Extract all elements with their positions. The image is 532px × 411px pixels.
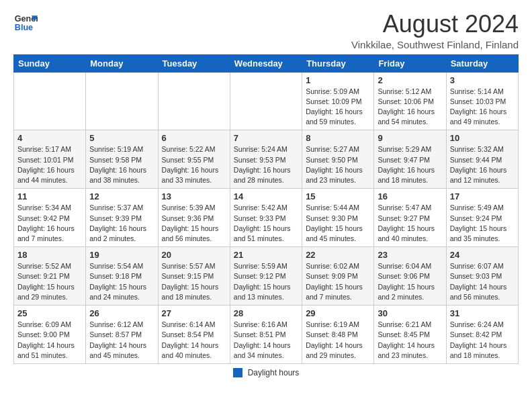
location-subtitle: Vinkkilae, Southwest Finland, Finland: [351, 39, 519, 50]
calendar-cell: 2Sunrise: 5:12 AM Sunset: 10:06 PM Dayli…: [374, 72, 446, 130]
day-info: Sunrise: 5:29 AM Sunset: 9:47 PM Dayligh…: [378, 144, 442, 185]
day-info: Sunrise: 5:57 AM Sunset: 9:15 PM Dayligh…: [162, 261, 226, 302]
day-info: Sunrise: 5:22 AM Sunset: 9:55 PM Dayligh…: [162, 144, 226, 185]
calendar-cell: 13Sunrise: 5:39 AM Sunset: 9:36 PM Dayli…: [158, 189, 230, 247]
day-info: Sunrise: 5:27 AM Sunset: 9:50 PM Dayligh…: [306, 144, 370, 185]
day-info: Sunrise: 5:34 AM Sunset: 9:42 PM Dayligh…: [17, 203, 82, 244]
calendar-cell: [14, 72, 86, 130]
calendar-cell: 16Sunrise: 5:47 AM Sunset: 9:27 PM Dayli…: [374, 189, 446, 247]
calendar-week-row: 18Sunrise: 5:52 AM Sunset: 9:21 PM Dayli…: [14, 247, 519, 306]
day-info: Sunrise: 5:17 AM Sunset: 10:01 PM Daylig…: [17, 144, 82, 185]
day-number: 3: [450, 75, 515, 85]
day-info: Sunrise: 5:49 AM Sunset: 9:24 PM Dayligh…: [450, 203, 515, 244]
calendar-cell: 22Sunrise: 6:02 AM Sunset: 9:09 PM Dayli…: [302, 247, 374, 306]
day-info: Sunrise: 6:12 AM Sunset: 8:57 PM Dayligh…: [89, 320, 154, 361]
day-number: 10: [450, 133, 515, 143]
day-number: 2: [378, 75, 442, 85]
day-number: 11: [17, 191, 82, 201]
day-number: 27: [162, 308, 226, 318]
calendar-week-row: 4Sunrise: 5:17 AM Sunset: 10:01 PM Dayli…: [14, 130, 519, 189]
weekday-header-tuesday: Tuesday: [158, 54, 230, 72]
day-info: Sunrise: 6:24 AM Sunset: 8:42 PM Dayligh…: [450, 320, 515, 361]
calendar-cell: 17Sunrise: 5:49 AM Sunset: 9:24 PM Dayli…: [446, 189, 518, 247]
day-info: Sunrise: 5:19 AM Sunset: 9:58 PM Dayligh…: [89, 144, 154, 185]
calendar-cell: 8Sunrise: 5:27 AM Sunset: 9:50 PM Daylig…: [302, 130, 374, 189]
day-number: 1: [306, 75, 370, 85]
day-info: Sunrise: 5:24 AM Sunset: 9:53 PM Dayligh…: [234, 144, 298, 185]
legend-label: Daylight hours: [248, 368, 300, 377]
header: General Blue August 2024 Vinkkilae, Sout…: [13, 11, 519, 50]
day-info: Sunrise: 5:32 AM Sunset: 9:44 PM Dayligh…: [450, 144, 515, 185]
day-number: 14: [234, 191, 298, 201]
calendar-cell: [158, 72, 230, 130]
day-number: 26: [89, 308, 154, 318]
day-info: Sunrise: 5:47 AM Sunset: 9:27 PM Dayligh…: [378, 203, 442, 244]
calendar-cell: 24Sunrise: 6:07 AM Sunset: 9:03 PM Dayli…: [446, 247, 518, 306]
calendar-cell: 19Sunrise: 5:54 AM Sunset: 9:18 PM Dayli…: [86, 247, 158, 306]
calendar-cell: 7Sunrise: 5:24 AM Sunset: 9:53 PM Daylig…: [230, 130, 302, 189]
calendar-cell: 6Sunrise: 5:22 AM Sunset: 9:55 PM Daylig…: [158, 130, 230, 189]
day-info: Sunrise: 6:02 AM Sunset: 9:09 PM Dayligh…: [306, 261, 370, 302]
calendar-cell: 18Sunrise: 5:52 AM Sunset: 9:21 PM Dayli…: [14, 247, 86, 306]
calendar-cell: 21Sunrise: 5:59 AM Sunset: 9:12 PM Dayli…: [230, 247, 302, 306]
day-number: 7: [234, 133, 298, 143]
month-year-title: August 2024: [351, 11, 519, 38]
calendar-cell: [230, 72, 302, 130]
calendar-cell: 12Sunrise: 5:37 AM Sunset: 9:39 PM Dayli…: [86, 189, 158, 247]
day-info: Sunrise: 5:14 AM Sunset: 10:03 PM Daylig…: [450, 87, 515, 128]
calendar-cell: 30Sunrise: 6:21 AM Sunset: 8:45 PM Dayli…: [374, 306, 446, 364]
weekday-header-row: SundayMondayTuesdayWednesdayThursdayFrid…: [14, 54, 519, 72]
calendar-cell: 5Sunrise: 5:19 AM Sunset: 9:58 PM Daylig…: [86, 130, 158, 189]
calendar-cell: 3Sunrise: 5:14 AM Sunset: 10:03 PM Dayli…: [446, 72, 518, 130]
day-number: 16: [378, 191, 442, 201]
weekday-header-thursday: Thursday: [302, 54, 374, 72]
day-info: Sunrise: 6:21 AM Sunset: 8:45 PM Dayligh…: [378, 320, 442, 361]
day-info: Sunrise: 6:14 AM Sunset: 8:54 PM Dayligh…: [162, 320, 226, 361]
day-number: 23: [378, 250, 442, 260]
day-number: 21: [234, 250, 298, 260]
day-number: 28: [234, 308, 298, 318]
calendar-cell: 9Sunrise: 5:29 AM Sunset: 9:47 PM Daylig…: [374, 130, 446, 189]
day-number: 19: [89, 250, 154, 260]
day-number: 4: [17, 133, 82, 143]
page: General Blue August 2024 Vinkkilae, Sout…: [0, 0, 532, 384]
day-info: Sunrise: 5:52 AM Sunset: 9:21 PM Dayligh…: [17, 261, 82, 302]
calendar-cell: 1Sunrise: 5:09 AM Sunset: 10:09 PM Dayli…: [302, 72, 374, 130]
day-number: 5: [89, 133, 154, 143]
calendar-cell: 29Sunrise: 6:19 AM Sunset: 8:48 PM Dayli…: [302, 306, 374, 364]
day-info: Sunrise: 6:09 AM Sunset: 9:00 PM Dayligh…: [17, 320, 82, 361]
day-number: 8: [306, 133, 370, 143]
day-number: 12: [89, 191, 154, 201]
day-info: Sunrise: 6:04 AM Sunset: 9:06 PM Dayligh…: [378, 261, 442, 302]
day-number: 18: [17, 250, 82, 260]
day-number: 15: [306, 191, 370, 201]
day-number: 9: [378, 133, 442, 143]
calendar-cell: 20Sunrise: 5:57 AM Sunset: 9:15 PM Dayli…: [158, 247, 230, 306]
weekday-header-sunday: Sunday: [14, 54, 86, 72]
calendar-cell: 4Sunrise: 5:17 AM Sunset: 10:01 PM Dayli…: [14, 130, 86, 189]
day-info: Sunrise: 5:39 AM Sunset: 9:36 PM Dayligh…: [162, 203, 226, 244]
logo-icon: General Blue: [13, 11, 38, 35]
day-info: Sunrise: 6:19 AM Sunset: 8:48 PM Dayligh…: [306, 320, 370, 361]
day-info: Sunrise: 5:37 AM Sunset: 9:39 PM Dayligh…: [89, 203, 154, 244]
day-info: Sunrise: 5:44 AM Sunset: 9:30 PM Dayligh…: [306, 203, 370, 244]
calendar-week-row: 1Sunrise: 5:09 AM Sunset: 10:09 PM Dayli…: [14, 72, 519, 130]
svg-text:Blue: Blue: [15, 23, 33, 32]
calendar-table: SundayMondayTuesdayWednesdayThursdayFrid…: [13, 54, 519, 364]
calendar-cell: 23Sunrise: 6:04 AM Sunset: 9:06 PM Dayli…: [374, 247, 446, 306]
calendar-cell: 14Sunrise: 5:42 AM Sunset: 9:33 PM Dayli…: [230, 189, 302, 247]
day-info: Sunrise: 6:07 AM Sunset: 9:03 PM Dayligh…: [450, 261, 515, 302]
day-info: Sunrise: 5:42 AM Sunset: 9:33 PM Dayligh…: [234, 203, 298, 244]
calendar-week-row: 11Sunrise: 5:34 AM Sunset: 9:42 PM Dayli…: [14, 189, 519, 247]
day-number: 20: [162, 250, 226, 260]
calendar-cell: 15Sunrise: 5:44 AM Sunset: 9:30 PM Dayli…: [302, 189, 374, 247]
footer: Daylight hours: [13, 368, 519, 377]
title-area: August 2024 Vinkkilae, Southwest Finland…: [351, 11, 519, 50]
day-info: Sunrise: 5:12 AM Sunset: 10:06 PM Daylig…: [378, 87, 442, 128]
day-number: 6: [162, 133, 226, 143]
weekday-header-monday: Monday: [86, 54, 158, 72]
weekday-header-saturday: Saturday: [446, 54, 518, 72]
calendar-cell: 10Sunrise: 5:32 AM Sunset: 9:44 PM Dayli…: [446, 130, 518, 189]
calendar-cell: 26Sunrise: 6:12 AM Sunset: 8:57 PM Dayli…: [86, 306, 158, 364]
day-number: 22: [306, 250, 370, 260]
